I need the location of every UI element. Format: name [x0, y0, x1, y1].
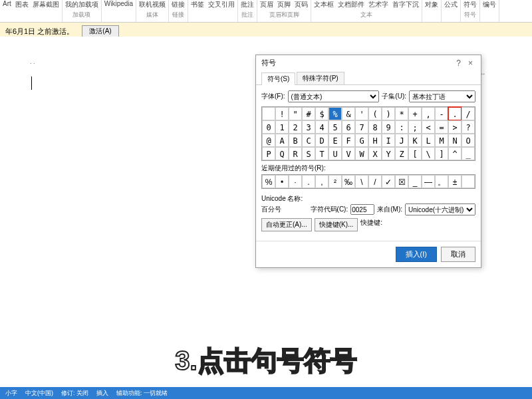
symbol-cell[interactable]: O — [462, 134, 475, 147]
ribbon-item[interactable]: 页眉 — [260, 0, 273, 9]
ribbon-item[interactable]: 公式 — [444, 0, 458, 9]
ribbon-item[interactable]: 文档部件 — [338, 0, 364, 9]
symbol-cell[interactable]: A — [275, 134, 289, 147]
ribbon-item[interactable]: Wikipedia — [104, 0, 133, 7]
recent-symbol-cell[interactable]: . — [302, 175, 315, 188]
symbol-cell[interactable]: K — [408, 134, 422, 147]
ribbon-item[interactable]: 对象 — [425, 0, 438, 9]
ribbon-item[interactable]: 联机视频 — [139, 0, 166, 9]
symbol-cell[interactable]: \ — [422, 147, 435, 160]
symbol-cell[interactable]: X — [368, 147, 382, 160]
insert-button[interactable]: 插入(I) — [396, 247, 437, 262]
resize-handle-icon[interactable]: ↔ — [479, 70, 486, 77]
recent-symbol-cell[interactable]: % — [262, 175, 275, 188]
tab-symbols[interactable]: 符号(S) — [261, 72, 295, 85]
symbol-cell[interactable]: > — [448, 120, 462, 134]
symbol-cell[interactable]: B — [289, 134, 302, 147]
subset-select[interactable]: 基本拉丁语 — [409, 90, 475, 102]
symbol-cell[interactable]: # — [302, 107, 315, 120]
symbol-cell[interactable]: E — [329, 134, 342, 147]
symbol-cell[interactable]: D — [315, 134, 329, 147]
symbol-cell[interactable]: M — [435, 134, 448, 147]
ribbon-item[interactable]: 书签 — [191, 0, 204, 9]
symbol-cell[interactable]: & — [342, 107, 355, 120]
symbol-cell[interactable]: J — [395, 134, 408, 147]
symbol-cell[interactable]: 0 — [262, 120, 275, 134]
font-select[interactable]: (普通文本) — [288, 90, 380, 102]
char-code-input[interactable] — [350, 204, 374, 215]
from-select[interactable]: Unicode(十六进制) — [405, 203, 475, 215]
symbol-cell[interactable]: ] — [435, 147, 448, 160]
symbol-cell[interactable]: $ — [315, 107, 329, 120]
symbol-cell[interactable]: 2 — [289, 120, 302, 134]
shortcut-key-button[interactable]: 快捷键(K)... — [315, 218, 358, 231]
symbol-cell[interactable]: N — [448, 134, 462, 147]
recent-symbol-cell[interactable]: — — [422, 175, 435, 188]
ribbon-item[interactable]: 页脚 — [277, 0, 291, 9]
symbol-cell[interactable]: Q — [275, 147, 289, 160]
recent-symbol-cell[interactable]: 。 — [435, 175, 448, 188]
symbol-cell[interactable]: , — [422, 107, 435, 120]
ribbon-item[interactable]: 链接 — [172, 0, 185, 9]
symbol-cell[interactable]: 7 — [355, 120, 368, 134]
symbol-cell[interactable]: 1 — [275, 120, 289, 134]
symbol-cell[interactable]: = — [435, 120, 448, 134]
symbol-cell[interactable]: + — [408, 107, 422, 120]
symbol-cell[interactable]: [ — [408, 147, 422, 160]
recent-symbol-cell[interactable]: · — [289, 175, 302, 188]
symbol-cell[interactable]: ! — [275, 107, 289, 120]
symbol-cell[interactable]: @ — [262, 134, 275, 147]
symbol-cell[interactable]: T — [315, 147, 329, 160]
symbol-cell[interactable]: R — [289, 147, 302, 160]
symbol-cell[interactable]: C — [302, 134, 315, 147]
ribbon-item[interactable]: 文本框 — [314, 0, 334, 9]
symbol-cell[interactable]: Z — [395, 147, 408, 160]
cancel-button[interactable]: 取消 — [441, 247, 475, 262]
symbol-cell[interactable]: 5 — [329, 120, 342, 134]
symbol-cell[interactable]: ( — [368, 107, 382, 120]
symbol-cell[interactable]: - — [435, 107, 448, 120]
symbol-cell[interactable]: / — [462, 107, 475, 120]
symbol-cell[interactable]: ; — [408, 120, 422, 134]
ribbon-item[interactable]: 符号 — [464, 0, 477, 9]
symbol-cell[interactable]: S — [302, 147, 315, 160]
symbol-cell[interactable]: ' — [355, 107, 368, 120]
symbol-cell[interactable]: U — [329, 147, 342, 160]
symbol-cell[interactable]: " — [289, 107, 302, 120]
symbol-cell[interactable] — [262, 107, 275, 120]
symbol-cell[interactable]: P — [262, 147, 275, 160]
symbol-cell[interactable]: 4 — [315, 120, 329, 134]
symbol-cell[interactable]: < — [422, 120, 435, 134]
symbol-cell[interactable]: L — [422, 134, 435, 147]
ribbon-item[interactable]: 屏幕截图 — [33, 0, 59, 9]
symbol-cell[interactable]: F — [342, 134, 355, 147]
recent-symbol-cell[interactable]: ² — [329, 175, 342, 188]
symbol-cell[interactable]: _ — [462, 147, 475, 160]
ribbon-item[interactable]: 艺术字 — [368, 0, 388, 9]
symbol-cell[interactable]: W — [355, 147, 368, 160]
recent-symbol-cell[interactable]: • — [275, 175, 289, 188]
recent-symbol-cell[interactable]: \ — [355, 175, 368, 188]
symbol-cell[interactable]: . — [448, 107, 462, 120]
symbol-cell[interactable]: G — [355, 134, 368, 147]
recent-symbol-cell[interactable]: ± — [448, 175, 462, 188]
tab-special-chars[interactable]: 特殊字符(P) — [297, 72, 344, 84]
ribbon-item[interactable]: 页码 — [295, 0, 308, 9]
symbol-cell[interactable]: ) — [382, 107, 395, 120]
symbol-cell[interactable]: V — [342, 147, 355, 160]
recent-symbol-cell[interactable]: ✓ — [382, 175, 395, 188]
autocorrect-button[interactable]: 自动更正(A)... — [261, 218, 312, 231]
symbol-cell[interactable]: 3 — [302, 120, 315, 134]
recent-symbol-cell[interactable]: ‰ — [342, 175, 355, 188]
symbol-cell[interactable]: H — [368, 134, 382, 147]
ribbon-item[interactable]: 我的加载项 — [65, 0, 98, 9]
ribbon-item[interactable]: 编号 — [483, 0, 496, 9]
ribbon-item[interactable]: 交叉引用 — [208, 0, 235, 9]
recent-symbol-cell[interactable]: ☒ — [395, 175, 408, 188]
recent-symbol-cell[interactable]: , — [315, 175, 329, 188]
symbol-cell[interactable]: 8 — [368, 120, 382, 134]
symbol-cell[interactable]: * — [395, 107, 408, 120]
symbol-cell[interactable]: 6 — [342, 120, 355, 134]
activate-button[interactable]: 激活(A) — [82, 25, 118, 37]
help-button[interactable]: ? — [454, 59, 464, 68]
